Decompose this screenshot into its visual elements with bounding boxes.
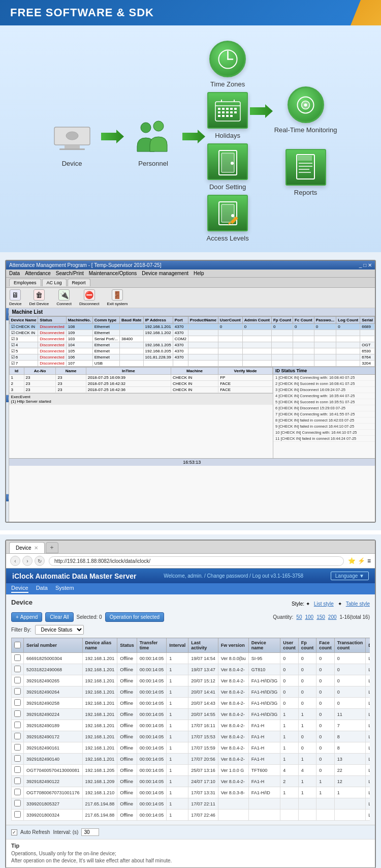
- col-trans[interactable]: Transaction count: [334, 638, 366, 653]
- web-table-row[interactable]: OGT70800670731001176 192.168.1.210 Offli…: [12, 787, 370, 798]
- row-checkbox[interactable]: [14, 677, 21, 683]
- interval-input[interactable]: [81, 828, 99, 836]
- web-table-row[interactable]: 3929182490265 192.168.1.201 Offline 00:0…: [12, 675, 370, 686]
- tab-report[interactable]: Report: [68, 279, 90, 286]
- row-checkbox[interactable]: [14, 699, 21, 706]
- back-btn[interactable]: ‹: [10, 556, 20, 566]
- tab-close-icon[interactable]: ✕: [34, 545, 38, 551]
- web-table-row[interactable]: 66691825000304 192.168.1.201 Offline 00:…: [12, 653, 370, 664]
- table-row[interactable]: ☑ 3Disconnected103Serial Port/...38400CO…: [9, 336, 374, 342]
- menu-maintenance[interactable]: Maintenance/Options: [89, 271, 137, 276]
- refresh-btn[interactable]: ↻: [35, 556, 45, 566]
- row-checkbox[interactable]: [14, 666, 21, 672]
- btn-connect[interactable]: 🔌 Connect: [56, 289, 72, 306]
- tab-aclog[interactable]: AC Log: [42, 279, 67, 286]
- qty-50[interactable]: 50: [296, 614, 302, 620]
- web-table-row[interactable]: 3929182490161 192.168.1.201 Offline 00:0…: [12, 742, 370, 754]
- btn-exit[interactable]: 🚪 Exit system: [107, 289, 128, 306]
- event-row[interactable]: 123232018-07-25 16:09:39CHECK INFP: [9, 375, 272, 381]
- btn-disconnect[interactable]: ⛔ Disconnect: [79, 289, 100, 306]
- web-table-row[interactable]: 3929182490172 192.168.1.201 Offline 00:0…: [12, 731, 370, 742]
- web-table-row[interactable]: OGT70400570413000081 192.168.1.205 Offli…: [12, 765, 370, 776]
- forward-btn[interactable]: ›: [22, 556, 33, 566]
- address-bar[interactable]: http://192.168.1.88:8082/iclock/data/icl…: [49, 556, 344, 566]
- col-face[interactable]: Face count: [316, 638, 335, 653]
- table-row[interactable]: ☑ 6Disconnected106Ethernet101.81.228.394…: [9, 354, 374, 361]
- table-row[interactable]: ☑ 7Disconnected107USB3204: [9, 361, 374, 367]
- auto-refresh-checkbox[interactable]: [11, 829, 17, 835]
- web-table-row[interactable]: 3399201800324 217.65.194.88 Offline 00:0…: [12, 810, 370, 821]
- event-row[interactable]: 223232018-07-25 16:42:32CHECK INFACE: [9, 381, 272, 387]
- web-table-row[interactable]: 3929182490122 192.168.1.209 Offline 00:0…: [12, 776, 370, 787]
- col-status[interactable]: Status: [117, 638, 137, 653]
- btn-device[interactable]: 🖥 Device: [9, 289, 21, 306]
- col-serial[interactable]: Serial number: [24, 638, 83, 653]
- col-machineno: MachineNo.: [66, 317, 92, 324]
- clear-all-btn[interactable]: Clear All: [45, 612, 73, 622]
- svg-marker-4: [101, 130, 124, 143]
- row-checkbox[interactable]: [14, 789, 21, 795]
- table-row[interactable]: ☑ CHECK INDisconnected109Ethernet192.168…: [9, 330, 374, 336]
- row-checkbox[interactable]: [14, 800, 21, 806]
- col-transfer[interactable]: Transfer time: [137, 638, 167, 653]
- col-alias[interactable]: Device alias name: [82, 638, 117, 653]
- col-interval[interactable]: Interval: [167, 638, 188, 653]
- nav-data[interactable]: Data: [36, 585, 48, 593]
- tab-employees[interactable]: Employees: [9, 279, 41, 286]
- row-checkbox[interactable]: [14, 811, 21, 818]
- menu-data[interactable]: Data: [9, 271, 20, 276]
- btn-del-device[interactable]: 🗑 Del Device: [29, 289, 49, 306]
- nav-device[interactable]: Device: [11, 585, 28, 593]
- row-checkbox[interactable]: [14, 710, 21, 717]
- qty-100[interactable]: 100: [305, 614, 313, 620]
- select-all-checkbox[interactable]: [14, 642, 21, 648]
- row-checkbox[interactable]: [14, 733, 21, 739]
- row-checkbox[interactable]: [14, 654, 21, 661]
- menu-searchprint[interactable]: Search/Print: [56, 271, 84, 276]
- web-table-row[interactable]: 3929182490258 192.168.1.201 Offline 00:0…: [12, 698, 370, 709]
- table-row[interactable]: ☑ CHECK INDisconnected108Ethernet192.168…: [9, 324, 374, 330]
- tab-add-btn[interactable]: +: [46, 542, 58, 553]
- language-dropdown[interactable]: Language ▼: [331, 572, 369, 580]
- extension-icon[interactable]: ⚡: [358, 557, 365, 564]
- browser-tab-device[interactable]: Device ✕: [9, 542, 45, 553]
- table-row[interactable]: ☑ 4Disconnected104Ethernet192.168.1.2054…: [9, 342, 374, 348]
- menu-attendance[interactable]: Attendance: [25, 271, 51, 276]
- app-toolbar: 🖥 Device 🗑 Del Device 🔌 Connect ⛔ Discon…: [6, 288, 375, 308]
- web-table-row[interactable]: 3929182490140 192.168.1.201 Offline 00:0…: [12, 754, 370, 765]
- row-checkbox[interactable]: [14, 755, 21, 762]
- col-last[interactable]: Last activity: [188, 638, 218, 653]
- web-table-row[interactable]: 52031822490068 192.168.1.201 Offline 00:…: [12, 664, 370, 675]
- qty-150[interactable]: 150: [316, 614, 325, 620]
- web-table-row[interactable]: 3929182490189 192.168.1.201 Offline 00:0…: [12, 720, 370, 731]
- web-table-row[interactable]: 3929182490224 192.168.1.201 Offline 00:0…: [12, 709, 370, 720]
- col-device[interactable]: Device name: [248, 638, 280, 653]
- svg-rect-1: [65, 145, 80, 148]
- operation-btn[interactable]: Operation for selected: [105, 612, 164, 622]
- nav-system[interactable]: System: [55, 585, 74, 593]
- web-table-row[interactable]: 3399201805327 217.65.194.88 Offline 00:0…: [12, 798, 370, 810]
- append-btn[interactable]: + Append: [11, 612, 42, 622]
- menu-help[interactable]: Help: [194, 271, 204, 276]
- menu-devicemgmt[interactable]: Device management: [142, 271, 188, 276]
- col-fw[interactable]: Fw version: [218, 638, 248, 653]
- row-checkbox[interactable]: [14, 766, 21, 773]
- bookmark-icon[interactable]: ⭐: [348, 557, 356, 564]
- menu-icon[interactable]: ≡: [367, 557, 371, 564]
- col-fp[interactable]: Fp count: [298, 638, 316, 653]
- list-style-btn[interactable]: List style: [314, 601, 334, 607]
- table-row[interactable]: ☑ 5Disconnected105Ethernet192.168.0.2054…: [9, 348, 374, 354]
- row-checkbox[interactable]: [14, 777, 21, 784]
- row-checkbox[interactable]: [14, 744, 21, 751]
- web-table-row[interactable]: 3929182490264 192.168.1.201 Offline 00:0…: [12, 686, 370, 698]
- row-checkbox[interactable]: [14, 722, 21, 728]
- col-users[interactable]: User count: [280, 638, 299, 653]
- event-row[interactable]: 323232018-07-25 16:42:36CHECK INFACE: [9, 387, 272, 393]
- row-checkbox[interactable]: [14, 688, 21, 695]
- qty-200[interactable]: 200: [328, 614, 337, 620]
- col-data[interactable]: Data: [366, 638, 370, 653]
- table-style-btn[interactable]: Table style: [346, 601, 370, 607]
- filter-select[interactable]: Device Status: [35, 625, 84, 635]
- doorsetting-label: Door Setting: [209, 183, 246, 191]
- log-entry: 1 [CHECK IN] Connecting with: 16:08:40 0…: [273, 375, 375, 381]
